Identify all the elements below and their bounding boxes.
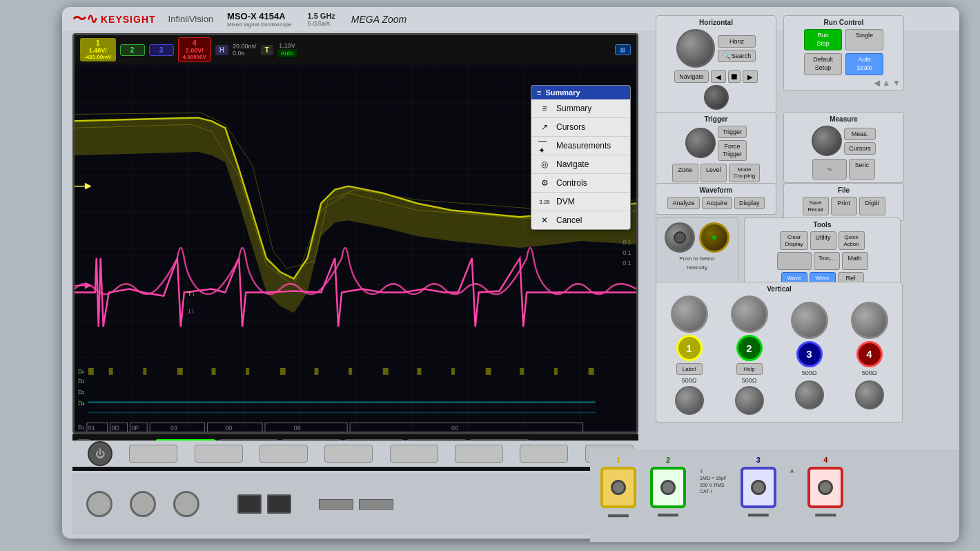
menu-item-dvm[interactable]: 3.28 DVM [531,193,630,211]
horizontal-badge[interactable]: H [215,45,228,55]
menu-item-navigate[interactable]: ◎ Navigate [531,155,630,174]
ch2-help-button[interactable]: Help [736,363,763,375]
cursors-rp-button[interactable]: Cursors [844,142,876,155]
front-btn-3[interactable] [259,445,308,463]
usb-port-2[interactable] [267,494,291,514]
touch-button[interactable]: Touc... [814,252,840,270]
nav-left-button[interactable]: ◀ [711,70,726,83]
ch4-pos-knob[interactable] [855,380,884,409]
display-button[interactable]: Display [734,197,765,209]
run-control-section: Run Control RunStop Single DefaultSetup … [783,15,904,91]
summary-button[interactable]: ▦ [615,44,631,55]
measurements-icon: —✦ [538,141,551,151]
trigger-button[interactable]: Trigger [718,126,747,138]
ch2-bnc-body[interactable] [650,467,686,508]
intensity-knob[interactable] [699,222,729,253]
ch3-vert-knob[interactable] [791,302,828,339]
trigger-title: Trigger [659,115,773,123]
ch3-bnc-body[interactable] [741,467,776,508]
menu-item-cancel[interactable]: ✕ Cancel [531,211,630,229]
search-icon: 🔍 [723,52,730,59]
level-button[interactable]: Level [700,164,727,182]
channel-4-badge[interactable]: 4 2.00V/ 4.00000V [178,37,211,62]
trigger-badge[interactable]: T [261,45,273,55]
clear-display-button[interactable]: ClearDisplay [780,231,807,250]
print-button[interactable]: Print [831,197,857,215]
default-setup-button[interactable]: DefaultSetup [804,53,842,75]
save-recall-button[interactable]: SaveRecall [803,197,829,215]
trigger-level-knob[interactable] [685,128,716,158]
force-trigger-button[interactable]: ForceTrigger [718,140,747,161]
ch2-pos-knob[interactable] [735,386,764,415]
front-btn-1[interactable] [129,445,177,463]
meas-button[interactable]: Meas. [844,128,876,140]
measure-knob[interactable] [812,126,842,156]
search-button[interactable]: 🔍 Search [718,50,756,62]
navigate-button[interactable]: Navigate [674,70,709,83]
nav-stop-button[interactable]: ■ [728,70,741,83]
ch2-badge-btn[interactable]: 2 [736,335,763,361]
front-btn-6[interactable] [455,445,503,463]
horizontal-section: Horizontal Horiz 🔍 Search Navigate ◀ ■ ▶ [656,15,776,113]
select-knob[interactable] [665,222,695,253]
usb-port-1[interactable] [237,494,262,514]
zone-button[interactable]: Zone [672,164,698,182]
ch3-pos-knob[interactable] [795,380,824,409]
ch4-badge-btn[interactable]: 4 [856,341,883,367]
svg-text:0:1: 0:1 [623,239,631,246]
bnc-connectors-row: 1 ▄▄▄▄▄▄ 2 ▄▄▄▄▄▄ Y1MΩ = 16pF300 V RMSCA… [600,456,949,517]
channel-info-bar: 1 1.40V/ -420.00mV 2 3 4 2.00V/ 4.00000V… [75,35,636,64]
quick-action-button[interactable]: QuickAction [839,231,865,250]
ch2-bnc-center [660,480,676,495]
power-button[interactable]: ⏻ [88,441,112,466]
ch1-badge-btn[interactable]: 1 [676,335,703,361]
ch4-bnc-body[interactable] [807,467,843,508]
mode-coupling-button[interactable]: ModeCoupling [729,164,761,182]
analyze-button[interactable]: Analyze [667,197,699,209]
channel-3-badge[interactable]: 3 [149,44,174,56]
dvm-icon: 3.28 [538,197,551,206]
single-button[interactable]: Single [845,29,883,50]
front-btn-5[interactable] [390,445,438,463]
ch1-bnc-body[interactable] [600,467,636,508]
ch-connectors-area: 1 ▄▄▄▄▄▄ 2 ▄▄▄▄▄▄ Y1MΩ = 16pF300 V RMSCA… [590,449,959,542]
svg-rect-16 [383,368,389,375]
auto-scale-button[interactable]: AutoScale [845,53,883,75]
run-control-box: Run Control RunStop Single DefaultSetup … [783,15,904,91]
menu-item-cursors[interactable]: ↗ Cursors [531,118,630,137]
ch1-pos-knob[interactable] [675,386,704,415]
front-btn-7[interactable] [520,445,568,463]
ch1-vert-knob[interactable] [671,296,708,333]
trigger-mode: Auto [277,49,297,57]
channel-1-badge[interactable]: 1 1.40V/ -420.00mV [80,38,116,61]
ch2-connector: 2 ▄▄▄▄▄▄ [650,456,686,516]
svg-text:00: 00 [451,425,458,432]
front-btn-2[interactable] [195,445,243,463]
ch2-vert-knob[interactable] [731,296,768,333]
ch1-label-button[interactable]: Label [676,363,703,375]
horizontal-knob[interactable] [676,29,715,68]
front-btn-4[interactable] [324,445,373,463]
horiz-button[interactable]: Horiz [718,35,756,48]
horiz-zoom-knob[interactable] [704,85,729,110]
nav-right-button[interactable]: ▶ [743,70,758,83]
menu-label-measurements: Measurements [556,141,611,151]
menu-item-controls[interactable]: ⚙ Controls [531,174,630,193]
ch2-vertical-group: 2 Help 500Ω [731,296,768,415]
digiti-button[interactable]: Digiti [859,197,885,215]
select-knob-center[interactable] [674,231,686,244]
utility-button[interactable]: Utility [810,231,836,250]
math-button[interactable]: Math [842,252,868,270]
menu-item-summary[interactable]: ≡ Summary [531,99,630,118]
ch2-spec-label: Y1MΩ = 16pF300 V RMSCAT I [700,468,727,495]
seric-button[interactable]: Seric [849,159,875,180]
acquire-button[interactable]: Acquire [702,197,733,209]
trigger-section: Trigger Trigger ForceTrigger Zone Level … [656,112,776,186]
menu-item-measurements[interactable]: —✦ Measurements [531,137,630,155]
run-stop-button[interactable]: RunStop [804,29,842,50]
channel-2-badge[interactable]: 2 [120,44,145,56]
svg-rect-17 [417,368,421,375]
ch3-badge-btn[interactable]: 3 [796,341,823,367]
ch3-ohm-label: 500Ω [802,369,817,376]
ch4-vert-knob[interactable] [851,302,888,339]
